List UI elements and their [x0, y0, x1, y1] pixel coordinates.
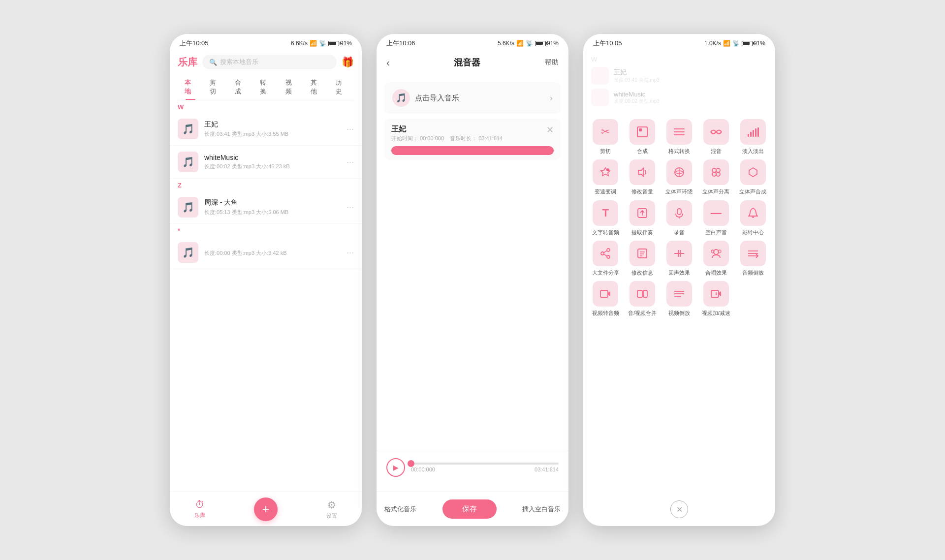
more-icon[interactable]: ··· [346, 124, 354, 134]
format-music-button[interactable]: 格式化音乐 [384, 505, 416, 514]
func-video-reverse[interactable]: 视频倒放 [663, 281, 696, 316]
tab-cut[interactable]: 剪切 [203, 74, 228, 100]
status-right-2: 5.6K/s 📶 📡 91% [498, 40, 559, 47]
svg-marker-11 [638, 168, 643, 176]
func-chorus[interactable]: 合唱效果 [699, 241, 732, 276]
music-list: W 🎵 王妃 长度:03:41 类型:mp3 大小:3.55 MB ··· 🎵 … [170, 100, 362, 474]
more-icon[interactable]: ··· [346, 157, 354, 167]
nav-settings[interactable]: ⚙ 设置 [326, 499, 337, 520]
gift-icon[interactable]: 🎁 [342, 56, 354, 68]
battery-3: 91% [742, 40, 765, 47]
more-icon[interactable]: ··· [346, 202, 354, 213]
func-video2audio[interactable]: 视频转音频 [589, 281, 622, 316]
func-editinfo[interactable]: 修改信息 [626, 241, 659, 276]
func-mix[interactable]: 混音 [699, 119, 732, 155]
track-time: 开始时间： 00:00:000 音乐时长： 03:41:814 [391, 135, 503, 142]
music-note-icon: 🎵 [182, 247, 194, 258]
share-label: 大文件分享 [592, 269, 619, 276]
svg-point-17 [716, 172, 720, 176]
tts-label: 文字转音频 [592, 229, 619, 236]
func-pitch[interactable]: 变速变调 [589, 159, 622, 195]
svg-point-16 [712, 172, 716, 176]
song-meta: 长度:00:02 类型:mp3 大小:46.23 kB [204, 163, 341, 170]
video-speed-icon [703, 281, 729, 307]
fade-label: 淡入淡出 [742, 148, 764, 155]
pitch-icon [593, 159, 618, 185]
music-info: 长度:00:00 类型:mp3 大小:3.42 kB [204, 248, 341, 257]
save-button[interactable]: 保存 [442, 499, 497, 519]
format-label: 格式转换 [668, 148, 690, 155]
func-record[interactable]: 录音 [663, 200, 696, 236]
svg-rect-43 [643, 290, 647, 297]
back-button[interactable]: ‹ [386, 57, 390, 68]
library-icon: ⏱ [195, 499, 205, 510]
func-stereo-sep[interactable]: 立体声分离 [699, 159, 732, 195]
reverse-icon [740, 241, 766, 266]
mix-label: 混音 [711, 148, 722, 155]
music-item-unknown[interactable]: 🎵 长度:00:00 类型:mp3 大小:3.42 kB ··· [170, 236, 362, 269]
func-ringtone[interactable]: 彩铃中心 [736, 200, 769, 236]
video2audio-icon [593, 281, 618, 307]
progress-container[interactable]: 00:00:000 03:41:814 [411, 463, 559, 472]
ringtone-icon [740, 200, 766, 226]
nav-library[interactable]: ⏱ 乐库 [194, 499, 205, 519]
mix-icon [703, 119, 729, 145]
tab-merge[interactable]: 合成 [228, 74, 253, 100]
play-button[interactable]: ▶ [386, 458, 405, 477]
start-time-label: 开始时间： [391, 135, 418, 141]
func-share[interactable]: 大文件分享 [589, 241, 622, 276]
network-speed-3: 1.0K/s [704, 40, 721, 47]
tab-other[interactable]: 其他 [304, 74, 329, 100]
stereo3d-icon [666, 159, 692, 185]
func-volume[interactable]: 修改音量 [626, 159, 659, 195]
status-bar-3: 上午10:05 1.0K/s 📶 📡 91% [583, 34, 775, 51]
search-bar[interactable]: 🔍 搜索本地音乐 [202, 55, 337, 69]
cut-label: 剪切 [600, 148, 611, 155]
av-merge-icon [630, 281, 655, 307]
music-item-wangfei[interactable]: 🎵 王妃 长度:03:41 类型:mp3 大小:3.55 MB ··· [170, 113, 362, 146]
tab-local[interactable]: 本地 [178, 74, 203, 100]
silence-icon: — [703, 200, 729, 226]
cut-icon: ✂ [593, 119, 618, 145]
func-cut[interactable]: ✂ 剪切 [589, 119, 622, 155]
import-label: 点击导入音乐 [415, 93, 459, 103]
tab-history[interactable]: 历史 [329, 74, 354, 100]
func-reverse[interactable]: 音频倒放 [736, 241, 769, 276]
func-video-speed[interactable]: 视频加/减速 [699, 281, 732, 316]
tab-convert[interactable]: 转换 [253, 74, 278, 100]
track-close-button[interactable]: ✕ [546, 124, 554, 135]
video-reverse-icon [666, 281, 692, 307]
video-reverse-label: 视频倒放 [668, 310, 690, 316]
func-extract[interactable]: 提取伴奏 [626, 200, 659, 236]
func-merge[interactable]: 合成 [626, 119, 659, 155]
insert-silence-button[interactable]: 插入空白音乐 [522, 505, 561, 514]
tts-icon: T [593, 200, 618, 226]
import-music-button[interactable]: 🎵 点击导入音乐 › [384, 82, 561, 114]
help-button[interactable]: 帮助 [545, 58, 559, 67]
nav-add-button[interactable]: + [254, 498, 278, 521]
track-progress-bar [391, 146, 554, 155]
search-icon: 🔍 [209, 59, 217, 66]
time-1: 上午10:05 [180, 39, 209, 48]
format-icon [666, 119, 692, 145]
func-fade[interactable]: 淡入淡出 [736, 119, 769, 155]
func-reverb[interactable]: 回声效果 [663, 241, 696, 276]
music-info: whiteMusic 长度:00:02 类型:mp3 大小:46.23 kB [204, 154, 341, 170]
func-format[interactable]: 格式转换 [663, 119, 696, 155]
music-item-whitemusic[interactable]: 🎵 whiteMusic 长度:00:02 类型:mp3 大小:46.23 kB… [170, 146, 362, 179]
func-av-merge[interactable]: 音/视频合并 [626, 281, 659, 316]
close-button[interactable]: ✕ [670, 500, 688, 518]
func-silence[interactable]: — 空白声音 [699, 200, 732, 236]
av-merge-label: 音/视频合并 [628, 310, 657, 316]
more-icon[interactable]: ··· [346, 248, 354, 258]
func-tts[interactable]: T 文字转音频 [589, 200, 622, 236]
svg-point-14 [712, 168, 716, 172]
func-stereo3d[interactable]: 立体声环绕 [663, 159, 696, 195]
battery-1: 91% [328, 40, 352, 47]
svg-point-24 [607, 255, 610, 258]
signal-icon2: 📶 [516, 40, 524, 47]
tab-video[interactable]: 视频 [279, 74, 304, 100]
music-item-zhouyu[interactable]: 🎵 周深 - 大鱼 长度:05:13 类型:mp3 大小:5.06 MB ··· [170, 191, 362, 224]
svg-rect-42 [637, 290, 642, 297]
func-stereo-merge[interactable]: 立体声合成 [736, 159, 769, 195]
